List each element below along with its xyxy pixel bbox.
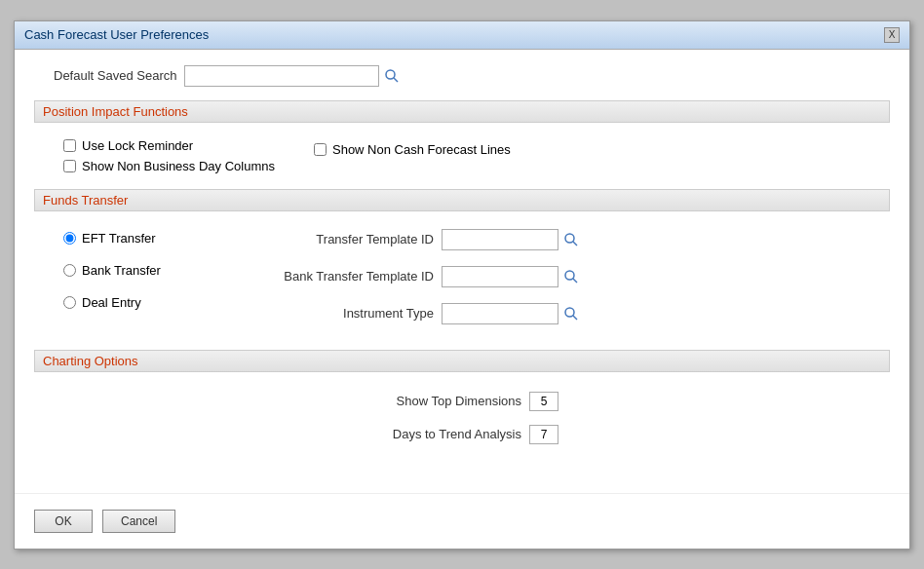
bank-transfer-template-id-row: Bank Transfer Template ID [278,266,870,287]
position-impact-cols: Use Lock Reminder Show Non Business Day … [63,138,870,179]
transfer-template-id-input[interactable] [442,229,558,250]
instrument-type-search-icon[interactable] [561,304,581,323]
cancel-button[interactable]: Cancel [102,510,175,533]
bank-transfer-radio[interactable] [63,264,76,277]
use-lock-reminder-checkbox[interactable] [63,139,76,152]
days-to-trend-input[interactable] [529,425,558,444]
show-top-dimensions-row: Show Top Dimensions [366,392,558,411]
default-search-row: Default Saved Search [54,65,890,87]
transfer-template-id-label: Transfer Template ID [278,232,434,247]
transfer-template-id-row: Transfer Template ID [278,229,870,250]
position-col-right: Show Non Cash Forecast Lines [314,138,870,179]
eft-transfer-radio[interactable] [63,232,76,245]
svg-point-0 [386,70,395,79]
ok-button[interactable]: OK [34,510,93,533]
bank-transfer-label: Bank Transfer [82,263,161,278]
svg-line-7 [573,316,577,320]
show-non-cash-label: Show Non Cash Forecast Lines [332,142,511,157]
charting-options-body: Show Top Dimensions Days to Trend Analys… [34,382,890,468]
deal-entry-row: Deal Entry [63,295,239,310]
funds-transfer-col-left: EFT Transfer Bank Transfer Deal Entry [63,227,239,340]
default-search-icon[interactable] [382,66,402,86]
svg-line-3 [573,242,577,246]
show-top-dimensions-label: Show Top Dimensions [366,394,521,408]
show-non-cash-checkbox[interactable] [314,143,327,156]
instrument-type-label: Instrument Type [278,306,434,321]
instrument-type-input[interactable] [442,303,558,324]
position-impact-header: Position Impact Functions [34,100,890,123]
footer: OK Cancel [15,493,909,549]
svg-point-2 [565,234,574,243]
svg-line-1 [394,78,398,82]
eft-transfer-row: EFT Transfer [63,231,239,246]
show-non-business-checkbox[interactable] [63,160,76,172]
deal-entry-label: Deal Entry [82,295,141,310]
default-search-label: Default Saved Search [54,68,176,83]
deal-entry-radio[interactable] [63,296,76,309]
svg-line-5 [573,279,577,283]
bank-transfer-row: Bank Transfer [63,263,239,278]
days-to-trend-label: Days to Trend Analysis [366,427,521,441]
funds-transfer-body: EFT Transfer Bank Transfer Deal Entry [34,221,890,350]
funds-transfer-col-right: Transfer Template ID Bank Transfer Templ… [278,227,870,340]
bank-transfer-template-id-input[interactable] [442,266,558,287]
transfer-template-search-icon[interactable] [561,230,581,249]
funds-transfer-cols: EFT Transfer Bank Transfer Deal Entry [63,227,870,340]
title-bar: Cash Forecast User Preferences X [15,21,909,50]
window-title: Cash Forecast User Preferences [24,27,209,42]
close-button[interactable]: X [884,27,900,43]
funds-transfer-header: Funds Transfer [34,189,890,211]
transfer-type-radio-group: EFT Transfer Bank Transfer Deal Entry [63,227,239,310]
charting-options-header: Charting Options [34,350,890,372]
svg-point-6 [565,308,574,317]
bank-transfer-template-id-label: Bank Transfer Template ID [278,269,434,284]
bank-transfer-template-search-icon[interactable] [561,267,581,286]
svg-point-4 [565,271,574,280]
position-col-left: Use Lock Reminder Show Non Business Day … [63,138,275,179]
show-non-cash-row: Show Non Cash Forecast Lines [314,138,870,157]
use-lock-reminder-label: Use Lock Reminder [82,138,193,153]
use-lock-reminder-row: Use Lock Reminder [63,138,275,153]
content-area: Default Saved Search Position Impact Fun… [15,50,909,483]
show-top-dimensions-input[interactable] [529,392,558,411]
instrument-type-row: Instrument Type [278,303,870,324]
main-window: Cash Forecast User Preferences X Default… [14,20,910,550]
show-non-business-row: Show Non Business Day Columns [63,159,275,173]
days-to-trend-row: Days to Trend Analysis [366,425,558,444]
position-impact-body: Use Lock Reminder Show Non Business Day … [34,133,890,189]
show-non-business-label: Show Non Business Day Columns [82,159,275,173]
default-search-input[interactable] [184,65,379,87]
eft-transfer-label: EFT Transfer [82,231,156,246]
